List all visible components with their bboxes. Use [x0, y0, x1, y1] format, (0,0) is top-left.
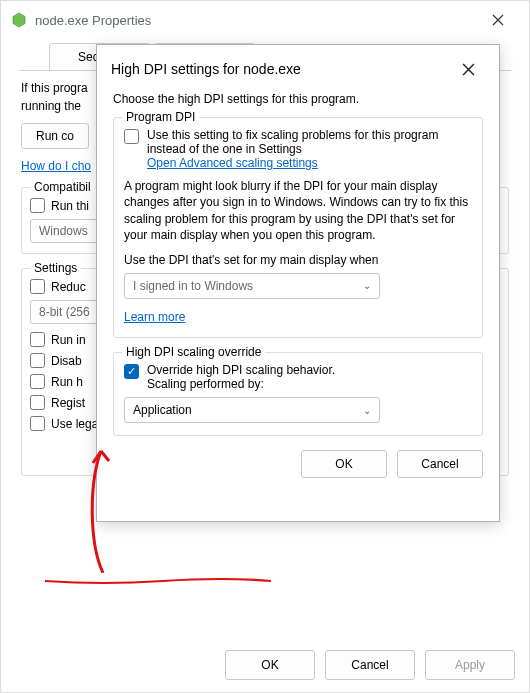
disable-label: Disab: [51, 354, 82, 368]
compatibility-group-title: Compatibil: [30, 180, 95, 194]
learn-more-link[interactable]: Learn more: [124, 310, 185, 324]
disable-checkbox[interactable]: [30, 353, 45, 368]
close-icon: [462, 63, 475, 76]
chevron-down-icon: ⌄: [363, 280, 371, 291]
dialog-intro: Choose the high DPI settings for this pr…: [113, 91, 483, 107]
settings-group-title: Settings: [30, 261, 81, 275]
runhi-checkbox[interactable]: [30, 374, 45, 389]
override-title: High DPI scaling override: [122, 345, 265, 359]
override-group: High DPI scaling override ✓ Override hig…: [113, 352, 483, 436]
runhi-label: Run h: [51, 375, 83, 389]
override-label-2: Scaling performed by:: [147, 377, 335, 391]
dialog-title-bar: High DPI settings for node.exe: [97, 45, 499, 91]
dialog-body: Choose the high DPI settings for this pr…: [97, 91, 499, 490]
reduced-checkbox[interactable]: [30, 279, 45, 294]
svg-marker-0: [13, 13, 25, 27]
run-this-label: Run thi: [51, 199, 89, 213]
window-title: node.exe Properties: [35, 13, 151, 28]
runin-checkbox[interactable]: [30, 332, 45, 347]
cancel-button[interactable]: Cancel: [325, 650, 415, 680]
dialog-close-button[interactable]: [447, 55, 489, 83]
program-dpi-title: Program DPI: [122, 110, 199, 124]
use-setting-checkbox[interactable]: [124, 129, 139, 144]
register-label: Regist: [51, 396, 85, 410]
title-bar: node.exe Properties: [1, 1, 529, 39]
run-compat-button[interactable]: Run co: [21, 123, 89, 149]
dpi-when-value: I signed in to Windows: [133, 279, 253, 293]
override-label-1: Override high DPI scaling behavior.: [147, 363, 335, 377]
close-button[interactable]: [475, 4, 521, 36]
advanced-scaling-link[interactable]: Open Advanced scaling settings: [147, 156, 318, 170]
use-dpi-when-label: Use the DPI that's set for my main displ…: [124, 253, 472, 267]
dialog-footer: OK Cancel: [113, 450, 483, 478]
dialog-cancel-button[interactable]: Cancel: [397, 450, 483, 478]
apply-button[interactable]: Apply: [425, 650, 515, 680]
override-checkbox[interactable]: ✓: [124, 364, 139, 379]
ok-button[interactable]: OK: [225, 650, 315, 680]
use-setting-label-1: Use this setting to fix scaling problems…: [147, 128, 438, 142]
dpi-when-combo[interactable]: I signed in to Windows ⌄: [124, 273, 380, 299]
program-dpi-explanation: A program might look blurry if the DPI f…: [124, 178, 472, 243]
high-dpi-dialog: High DPI settings for node.exe Choose th…: [96, 44, 500, 522]
app-icon: [11, 12, 27, 28]
run-this-checkbox[interactable]: [30, 198, 45, 213]
runin-label: Run in: [51, 333, 86, 347]
dialog-ok-button[interactable]: OK: [301, 450, 387, 478]
dialog-title: High DPI settings for node.exe: [111, 61, 301, 77]
scaling-by-combo[interactable]: Application ⌄: [124, 397, 380, 423]
footer-buttons: OK Cancel Apply: [225, 650, 515, 680]
program-dpi-group: Program DPI Use this setting to fix scal…: [113, 117, 483, 338]
close-icon: [492, 14, 504, 26]
scaling-by-value: Application: [133, 403, 192, 417]
legacy-icc-checkbox[interactable]: [30, 416, 45, 431]
register-checkbox[interactable]: [30, 395, 45, 410]
use-setting-label-2: instead of the one in Settings: [147, 142, 438, 156]
help-link[interactable]: How do I cho: [21, 159, 91, 173]
reduced-label: Reduc: [51, 280, 86, 294]
chevron-down-icon: ⌄: [363, 405, 371, 416]
